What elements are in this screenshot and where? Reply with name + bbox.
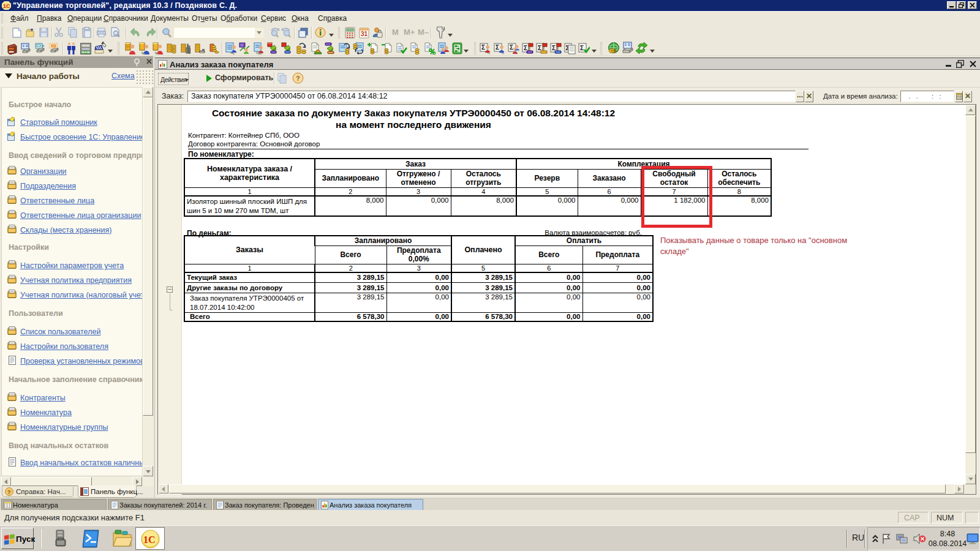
svg-text:1С: 1С: [3, 3, 10, 9]
svg-text:Σ: Σ: [481, 44, 485, 51]
svg-text:Σ: Σ: [510, 44, 513, 51]
svg-text:Σ: Σ: [580, 45, 584, 51]
svg-text:?: ?: [296, 75, 300, 82]
svg-text:31: 31: [361, 31, 368, 37]
svg-text:Σ: Σ: [538, 45, 541, 51]
svg-text:Σ: Σ: [552, 45, 556, 51]
svg-text:Σ: Σ: [524, 45, 527, 51]
svg-text:1С: 1С: [143, 534, 156, 545]
svg-text:?: ?: [7, 489, 11, 495]
svg-text:Σ: Σ: [496, 44, 499, 51]
